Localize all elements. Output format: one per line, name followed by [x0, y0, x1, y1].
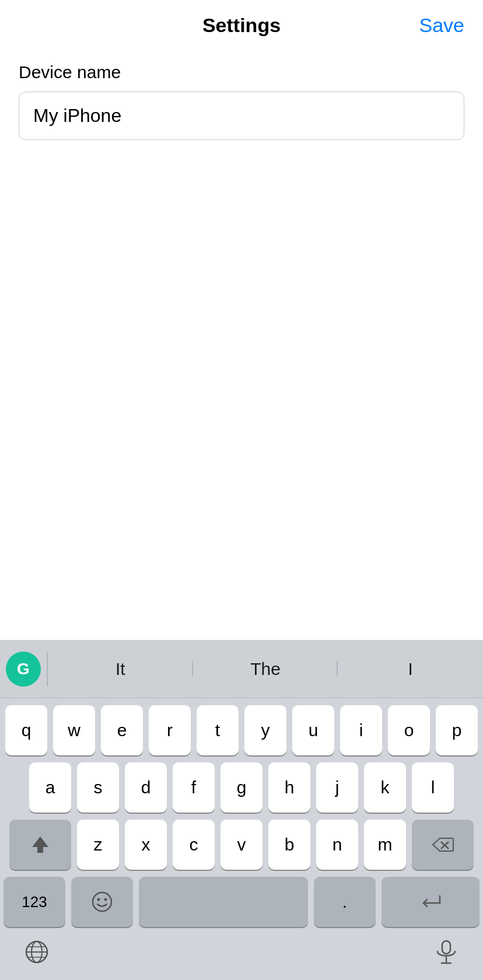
backspace-key[interactable] [412, 820, 474, 870]
keyboard-area: G It The I q w e r t y u i o p a s d [0, 640, 483, 980]
device-name-input[interactable] [19, 92, 464, 140]
globe-icon[interactable] [23, 939, 50, 971]
content-area: Device name [0, 46, 483, 140]
key-t[interactable]: t [197, 705, 239, 755]
keyboard-rows: q w e r t y u i o p a s d f g h j k l [0, 698, 483, 936]
autocomplete-bar: G It The I [0, 640, 483, 698]
autocomplete-item-i[interactable]: I [338, 659, 483, 679]
autocomplete-item-the[interactable]: The [193, 659, 338, 679]
microphone-icon[interactable] [433, 939, 460, 971]
numbers-key[interactable]: 123 [4, 877, 65, 927]
page-title: Settings [202, 14, 281, 37]
key-a[interactable]: a [29, 762, 71, 813]
space-key[interactable] [139, 877, 308, 927]
key-x[interactable]: x [125, 820, 167, 870]
grammarly-button[interactable]: G [0, 652, 47, 687]
header: Settings Save [0, 0, 483, 46]
svg-point-2 [93, 892, 111, 911]
key-b[interactable]: b [268, 820, 310, 870]
key-row-3: z x c v b n m [4, 820, 480, 870]
svg-rect-10 [442, 941, 450, 954]
key-s[interactable]: s [77, 762, 119, 813]
key-r[interactable]: r [149, 705, 191, 755]
period-key[interactable]: . [314, 877, 376, 927]
key-h[interactable]: h [268, 762, 310, 813]
emoji-key[interactable] [71, 877, 133, 927]
key-q[interactable]: q [5, 705, 47, 755]
key-c[interactable]: c [173, 820, 215, 870]
key-z[interactable]: z [77, 820, 119, 870]
key-p[interactable]: p [436, 705, 478, 755]
key-row-4: 123 . [4, 877, 480, 927]
key-e[interactable]: e [101, 705, 143, 755]
autocomplete-suggestions: It The I [48, 659, 483, 679]
key-d[interactable]: d [125, 762, 167, 813]
bottom-bar [0, 936, 483, 980]
save-button[interactable]: Save [419, 14, 465, 37]
key-v[interactable]: v [220, 820, 262, 870]
autocomplete-item-it[interactable]: It [48, 659, 193, 679]
key-u[interactable]: u [292, 705, 334, 755]
key-i[interactable]: i [340, 705, 382, 755]
key-o[interactable]: o [388, 705, 430, 755]
key-l[interactable]: l [412, 762, 454, 813]
key-k[interactable]: k [364, 762, 406, 813]
shift-key[interactable] [9, 820, 71, 870]
return-key[interactable] [382, 877, 480, 927]
key-j[interactable]: j [316, 762, 358, 813]
grammarly-icon: G [6, 652, 41, 687]
key-row-2: a s d f g h j k l [4, 762, 480, 813]
key-y[interactable]: y [244, 705, 286, 755]
svg-point-3 [97, 898, 100, 901]
device-name-label: Device name [19, 62, 464, 82]
key-row-1: q w e r t y u i o p [4, 705, 480, 755]
key-n[interactable]: n [316, 820, 358, 870]
key-g[interactable]: g [220, 762, 262, 813]
key-f[interactable]: f [173, 762, 215, 813]
key-m[interactable]: m [364, 820, 406, 870]
svg-point-4 [104, 898, 107, 901]
key-w[interactable]: w [53, 705, 95, 755]
